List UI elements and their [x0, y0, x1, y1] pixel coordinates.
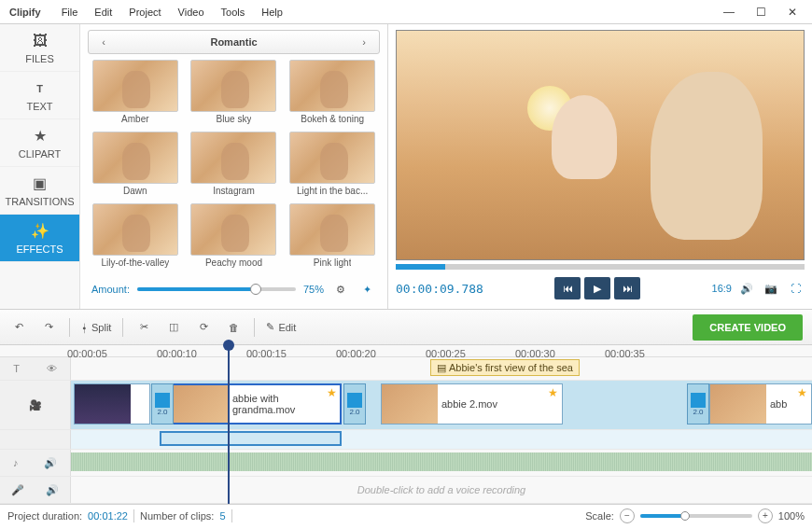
- edit-button[interactable]: ✎Edit: [266, 321, 296, 333]
- play-button[interactable]: ▶: [584, 277, 610, 299]
- star-icon: ★: [548, 386, 558, 399]
- settings-icon[interactable]: ⚙: [331, 280, 350, 299]
- amount-value: 75%: [303, 284, 324, 295]
- amount-slider[interactable]: [137, 287, 296, 291]
- close-button[interactable]: ✕: [777, 1, 808, 23]
- delete-button[interactable]: 🗑: [224, 318, 243, 337]
- mic-track-icon: 🎤: [11, 484, 24, 496]
- star-icon: ★: [797, 386, 807, 399]
- menu-bar: File Edit Project Video Tools Help: [54, 3, 290, 21]
- duration-label: Project duration:: [7, 510, 82, 522]
- sidebar-files[interactable]: 🖼FILES: [0, 24, 79, 72]
- clips-value: 5: [219, 510, 225, 522]
- split-icon: ⍿: [81, 322, 88, 333]
- scale-label: Scale:: [585, 510, 614, 522]
- crop-button[interactable]: ◫: [164, 318, 183, 337]
- cut-button[interactable]: ✂: [134, 318, 153, 337]
- video-track[interactable]: 2.0 ★abbie with grandma.mov 2.0 ★abbie 2…: [71, 381, 812, 429]
- sidebar-clipart[interactable]: ★CLIPART: [0, 119, 79, 167]
- menu-project[interactable]: Project: [121, 3, 168, 21]
- text-icon: T: [31, 79, 49, 98]
- effect-item[interactable]: Amber: [88, 60, 183, 128]
- music-track-icon: ♪: [13, 457, 19, 468]
- menu-file[interactable]: File: [54, 3, 86, 21]
- scale-value: 100%: [778, 510, 805, 522]
- edit-icon: ✎: [266, 321, 274, 333]
- preview-viewport[interactable]: [396, 30, 805, 260]
- video-clip[interactable]: ★abbie with grandma.mov: [172, 383, 342, 425]
- menu-tools[interactable]: Tools: [214, 3, 253, 21]
- undo-button[interactable]: ↶: [9, 318, 28, 337]
- caption-clip[interactable]: ▤Abbie's first view of the sea: [430, 359, 580, 376]
- category-prev[interactable]: ‹: [89, 31, 119, 53]
- app-logo: Clipify: [4, 5, 47, 19]
- effect-strip[interactable]: [160, 431, 342, 446]
- aspect-ratio[interactable]: 16:9: [712, 283, 732, 294]
- snapshot-icon[interactable]: 📷: [762, 279, 780, 298]
- voice-track[interactable]: Double-click to add a voice recording: [71, 477, 812, 503]
- mute-icon[interactable]: 🔊: [44, 457, 57, 469]
- transition[interactable]: 2.0: [151, 383, 174, 425]
- text-track-icon: T: [13, 363, 20, 374]
- volume-icon[interactable]: 🔊: [737, 279, 756, 298]
- video-track-icon: 🎥: [29, 399, 42, 411]
- apply-wand-icon[interactable]: ✦: [357, 280, 376, 299]
- category-next[interactable]: ›: [349, 31, 379, 53]
- amount-label: Amount:: [91, 284, 130, 295]
- caption-icon: ▤: [437, 362, 446, 374]
- transitions-icon: ▣: [31, 174, 49, 193]
- duration-value: 00:01:22: [88, 510, 128, 522]
- minimize-button[interactable]: —: [713, 1, 745, 23]
- menu-edit[interactable]: Edit: [87, 3, 119, 21]
- star-icon: ★: [327, 386, 337, 399]
- star-icon: ★: [31, 127, 49, 146]
- create-video-button[interactable]: CREATE VIDEO: [693, 314, 803, 341]
- effect-item[interactable]: Dawn: [88, 132, 183, 200]
- sidebar-text[interactable]: TTEXT: [0, 72, 79, 119]
- effect-item[interactable]: Lily-of-the-valley: [88, 203, 183, 271]
- video-clip[interactable]: [74, 383, 150, 425]
- effects-grid: Amber Blue sky Bokeh & toning Dawn Insta…: [88, 60, 380, 271]
- zoom-out-button[interactable]: −: [620, 508, 635, 523]
- effect-item[interactable]: Peachy mood: [187, 203, 282, 271]
- transition[interactable]: 2.0: [687, 383, 709, 425]
- wand-icon: ✨: [31, 222, 49, 241]
- maximize-button[interactable]: ☐: [745, 1, 777, 23]
- timeline-ruler[interactable]: 00:00:05 00:00:10 00:00:15 00:00:20 00:0…: [0, 345, 812, 357]
- split-button[interactable]: ⍿Split: [81, 322, 111, 333]
- audio-track[interactable]: [71, 450, 812, 476]
- mute-icon[interactable]: 🔊: [46, 484, 59, 496]
- next-button[interactable]: ⏭: [614, 277, 640, 299]
- category-name: Romantic: [119, 36, 349, 48]
- video-clip[interactable]: ★abbie 2.mov: [381, 383, 563, 425]
- timecode: 00:00:09.788: [396, 282, 483, 296]
- effect-item[interactable]: Blue sky: [187, 60, 282, 128]
- transition[interactable]: 2.0: [343, 383, 366, 425]
- effect-item[interactable]: Bokeh & toning: [285, 60, 380, 128]
- effect-item[interactable]: Instagram: [187, 132, 282, 200]
- sidebar-effects[interactable]: ✨EFFECTS: [0, 215, 79, 262]
- rotate-button[interactable]: ⟳: [194, 318, 213, 337]
- prev-button[interactable]: ⏮: [554, 277, 581, 299]
- effect-item[interactable]: Pink light: [285, 203, 380, 271]
- fullscreen-icon[interactable]: ⛶: [786, 279, 805, 298]
- sidebar-transitions[interactable]: ▣TRANSITIONS: [0, 167, 79, 215]
- effect-item[interactable]: Light in the bac...: [285, 132, 380, 200]
- scale-slider[interactable]: [640, 514, 752, 518]
- clips-label: Number of clips:: [140, 510, 214, 522]
- preview-seekbar[interactable]: [396, 264, 805, 270]
- redo-button[interactable]: ↷: [39, 318, 58, 337]
- video-clip[interactable]: ★abb: [709, 383, 812, 425]
- menu-video[interactable]: Video: [171, 3, 212, 21]
- zoom-in-button[interactable]: +: [758, 508, 773, 523]
- image-icon: 🖼: [31, 32, 49, 50]
- visibility-icon[interactable]: 👁: [47, 363, 57, 374]
- menu-help[interactable]: Help: [254, 3, 290, 21]
